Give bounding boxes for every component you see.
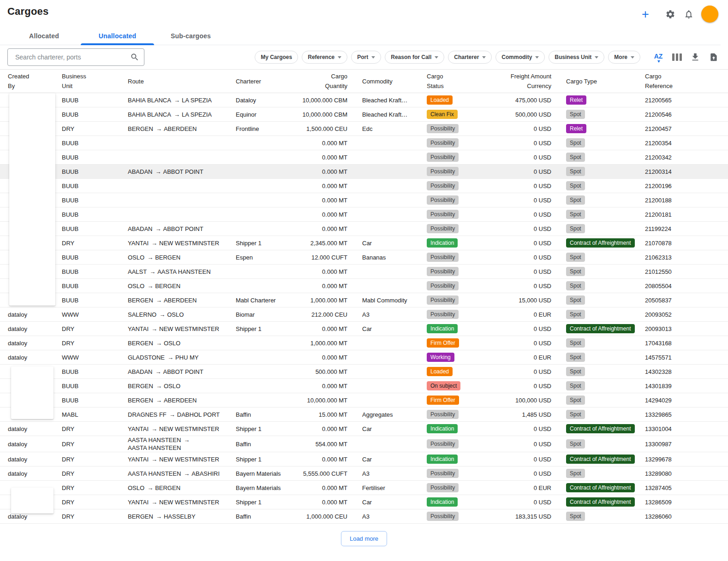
- filter-chip-reference[interactable]: Reference: [302, 51, 347, 64]
- cell-cargo-status: Indication: [419, 497, 493, 507]
- add-button[interactable]: +: [638, 7, 652, 21]
- cargo-type-badge: Spot: [566, 267, 585, 276]
- settings-button[interactable]: [663, 7, 677, 21]
- route-to: ABERDEEN: [164, 125, 197, 132]
- route-to: DABHOL PORT: [177, 411, 220, 418]
- filter-chip-more[interactable]: More: [608, 51, 640, 64]
- route-to: AASTA HANSTEEN: [128, 444, 181, 451]
- cell-business-unit: BUUB: [54, 139, 120, 147]
- cell-cargo-type: Spot: [559, 396, 638, 405]
- cell-cargo-reference: 20505837: [638, 296, 713, 304]
- table-row[interactable]: dataloyDRYYANTAI→NEW WESTMINSTERShipper …: [0, 452, 728, 467]
- user-avatar[interactable]: [701, 6, 718, 23]
- cell-cargo-type: Spot: [559, 310, 638, 319]
- cell-cargo-reference: 17043168: [638, 339, 713, 347]
- columns-button[interactable]: [670, 50, 684, 64]
- table-row[interactable]: dataloyDRYBERGEN→OSLO1,000.000 MTFirm Of…: [0, 336, 728, 350]
- filter-chip-my-cargoes[interactable]: My Cargoes: [255, 51, 298, 64]
- table-row[interactable]: dataloyDRYBERGEN→HASSELBYBaffin1,000.000…: [0, 509, 728, 524]
- header-actions: +: [638, 5, 718, 23]
- cargo-type-badge: Spot: [566, 338, 585, 348]
- filter-chip-charterer[interactable]: Charterer: [448, 51, 492, 64]
- cargo-status-badge: Possibility: [427, 267, 459, 276]
- table-row[interactable]: BUUB0.000 MTPossibility0 USDSpot21200354: [0, 136, 728, 150]
- table-row[interactable]: BUUBOSLO→BERGENEspen12.000 CUFTBananasPo…: [0, 250, 728, 265]
- column-header-cargo-quantity: CargoQuantity: [288, 71, 355, 91]
- cargo-type-badge: Spot: [566, 167, 585, 176]
- load-more-button[interactable]: Load more: [341, 531, 387, 546]
- table-row[interactable]: DRYYANTAI→NEW WESTMINSTERShipper 10.000 …: [0, 495, 728, 509]
- table-row[interactable]: dataloyDRYYANTAI→NEW WESTMINSTERShipper …: [0, 422, 728, 436]
- table-row[interactable]: DRYOSLO→BERGENBayern Materials0.000 MTFe…: [0, 481, 728, 495]
- table-row[interactable]: dataloyDRYAASTA HANSTEEN→ABASHIRIBayern …: [0, 467, 728, 481]
- table-row[interactable]: BUUBOSLO→BERGEN0.000 MTPossibility0 USDS…: [0, 279, 728, 293]
- cell-route: BAHIA BLANCA→LA SPEZIA: [120, 111, 228, 118]
- tab-sub-cargoes[interactable]: Sub-cargoes: [154, 28, 227, 45]
- route-to: NEW WESTMINSTER: [159, 499, 219, 506]
- cargo-type-badge: Spot: [566, 195, 585, 205]
- route-from: AASTA HANSTEEN→: [128, 470, 191, 477]
- route-to: NEW WESTMINSTER: [159, 240, 219, 247]
- table-row[interactable]: BUUBBAHIA BLANCA→LA SPEZIADataloy10,000.…: [0, 93, 728, 107]
- table-row[interactable]: MABLDRAGNES FF→DABHOL PORTBaffin15.000 M…: [0, 407, 728, 422]
- cell-route: YANTAI→NEW WESTMINSTER: [120, 239, 228, 247]
- cell-cargo-type: Relet: [559, 124, 638, 133]
- route-from: YANTAI→: [128, 240, 159, 247]
- cell-route: OSLO→BERGEN: [120, 254, 228, 261]
- route-arrow-icon: →: [151, 498, 157, 506]
- search-input[interactable]: [14, 53, 130, 61]
- column-header-freight: Freight AmountCurrency: [493, 71, 559, 91]
- cell-cargo-status: Possibility: [419, 281, 493, 290]
- cell-cargo-type: Spot: [559, 439, 638, 449]
- cell-charterer: Baffin: [228, 440, 288, 448]
- table-row[interactable]: BUUBABADAN→ABBOT POINT500.000 MTLoaded0 …: [0, 365, 728, 379]
- table-row[interactable]: BUUBAALST→AASTA HANSTEEN0.000 MTPossibil…: [0, 265, 728, 279]
- cell-created-by: dataloy: [0, 325, 54, 333]
- route-from: BAHIA BLANCA→: [128, 97, 182, 104]
- cargo-type-badge: Contract of Affreightment: [566, 455, 635, 464]
- filter-chip-commodity[interactable]: Commodity: [495, 51, 545, 64]
- table-row[interactable]: BUUB0.000 MTPossibility0 USDSpot21200181: [0, 207, 728, 222]
- route-arrow-icon: →: [155, 368, 161, 376]
- route-from: YANTAI→: [128, 499, 159, 506]
- cell-charterer: Shipper 1: [228, 425, 288, 433]
- sort-button[interactable]: AZ: [651, 50, 665, 64]
- table-row[interactable]: BUUB0.000 MTPossibility0 USDSpot21200342: [0, 150, 728, 165]
- export-button[interactable]: [707, 50, 721, 64]
- table-row[interactable]: DRYBERGEN→ABERDEENFrontline1,500.000 CEU…: [0, 122, 728, 136]
- cell-charterer: Frontline: [228, 125, 288, 133]
- cargo-table: CreatedByBusinessUnitRouteChartererCargo…: [0, 69, 728, 524]
- tab-allocated[interactable]: Allocated: [7, 28, 81, 45]
- cell-created-by: dataloy: [0, 470, 54, 478]
- filter-chip-reason-for-call[interactable]: Reason for Call: [385, 51, 444, 64]
- table-row[interactable]: dataloyDRYAASTA HANSTEEN→AASTA HANSTEENB…: [0, 436, 728, 452]
- route-from: AALST→: [128, 268, 157, 275]
- tab-unallocated[interactable]: Unallocated: [81, 28, 154, 45]
- cell-business-unit: BUUB: [54, 268, 120, 276]
- page-title: Cargoes: [7, 5, 48, 18]
- table-row[interactable]: BUUBABADAN→ABBOT POINT0.000 MTPossibilit…: [0, 222, 728, 236]
- table-row[interactable]: BUUBBAHIA BLANCA→LA SPEZIAEquinor10,000.…: [0, 107, 728, 122]
- download-button[interactable]: [688, 50, 702, 64]
- route-arrow-icon: →: [156, 339, 162, 347]
- table-row[interactable]: dataloyDRYYANTAI→NEW WESTMINSTERShipper …: [0, 322, 728, 336]
- filter-chip-business-unit[interactable]: Business Unit: [549, 51, 604, 64]
- filter-chip-port[interactable]: Port: [351, 51, 381, 64]
- table-row[interactable]: BUUB0.000 MTPossibility0 USDSpot21200188: [0, 193, 728, 207]
- cell-cargo-reference: 13329865: [638, 411, 713, 419]
- table-row[interactable]: BUUBBERGEN→ABERDEENMabl Charterer1,000.0…: [0, 293, 728, 307]
- table-row[interactable]: BUUBBERGEN→OSLO0.000 MTOn subject0 USDSp…: [0, 379, 728, 393]
- search-icon: [130, 53, 139, 62]
- cell-cargo-quantity: 2,345.000 MT: [288, 239, 355, 247]
- table-row[interactable]: BUUBABADAN→ABBOT POINT0.000 MTPossibilit…: [0, 165, 728, 179]
- table-row[interactable]: dataloyWWWSALERNO→OSLOBiomar212.000 CEUA…: [0, 307, 728, 322]
- cargo-status-badge: Possibility: [427, 410, 459, 419]
- notifications-button[interactable]: [682, 7, 696, 21]
- table-row[interactable]: BUUB0.000 MTPossibility0 USDSpot21200196: [0, 179, 728, 193]
- table-row[interactable]: dataloyWWWGLADSTONE→PHU MY0.000 MTWorkin…: [0, 350, 728, 365]
- route-arrow-icon: →: [156, 296, 162, 304]
- cell-route: BERGEN→HASSELBY: [120, 513, 228, 520]
- table-row[interactable]: BUUBBERGEN→ABERDEEN10,000.000 MTFirm Off…: [0, 393, 728, 407]
- table-row[interactable]: DRYYANTAI→NEW WESTMINSTERShipper 12,345.…: [0, 236, 728, 250]
- cell-cargo-status: Clean Fix: [419, 110, 493, 119]
